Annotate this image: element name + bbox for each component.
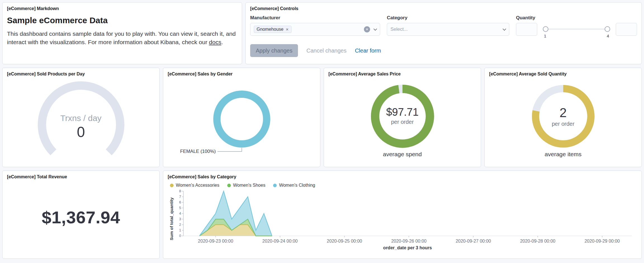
y-axis-label: Sum of total_quantity xyxy=(168,189,175,255)
svg-text:1: 1 xyxy=(179,228,181,232)
avg-price-unit: per order xyxy=(328,119,476,125)
markdown-body-text: This dashboard contains sample data for … xyxy=(7,30,236,45)
panel-average-sold-quantity: [eCommerce] Average Sold Quantity 2 per … xyxy=(484,68,642,167)
svg-text:7: 7 xyxy=(179,195,181,199)
panel-markdown: [eCommerce] Markdown Sample eCommerce Da… xyxy=(2,2,242,64)
legend-label: Women's Accessories xyxy=(176,183,219,188)
panel-total-revenue: [eCommerce] Total Revenue $1,367.94 xyxy=(2,170,160,259)
category-label: Category xyxy=(387,15,509,21)
legend-label: Women's Shoes xyxy=(233,183,266,188)
legend-item-womens-shoes[interactable]: Women's Shoes xyxy=(227,183,266,188)
avg-price-value: $97.71 xyxy=(328,106,476,118)
panel-average-sales-price: [eCommerce] Average Sales Price $97.71 p… xyxy=(324,68,481,167)
manufacturer-label: Manufacturer xyxy=(250,15,380,21)
manufacturer-selected-pill[interactable]: Gnomehouse ✕ xyxy=(254,26,292,33)
avg-quantity-viz[interactable]: 2 per order average items xyxy=(489,77,637,164)
markdown-body: This dashboard contains sample data for … xyxy=(7,30,237,46)
svg-text:2020-09-23 00:00: 2020-09-23 00:00 xyxy=(198,239,233,243)
manufacturer-control: Manufacturer Gnomehouse ✕ ✕ xyxy=(250,15,380,40)
quantity-label: Quantity xyxy=(516,15,637,21)
panel-sold-products: [eCommerce] Sold Products per Day Trxns … xyxy=(2,68,160,167)
gender-donut-chart[interactable] xyxy=(168,77,316,161)
panel-title-sales-by-category: [eCommerce] Sales by Category xyxy=(168,174,637,179)
legend-item-womens-accessories[interactable]: Women's Accessories xyxy=(170,183,219,188)
panel-title-markdown: [eCommerce] Markdown xyxy=(7,6,237,11)
slider-min-value: 1 xyxy=(544,34,546,38)
svg-text:2020-09-24 00:00: 2020-09-24 00:00 xyxy=(262,239,298,243)
quantity-range-slider: 1 4 xyxy=(543,24,610,40)
dashboard: [eCommerce] Markdown Sample eCommerce Da… xyxy=(0,0,644,263)
slider-track xyxy=(543,29,610,29)
svg-text:2020-09-25 00:00: 2020-09-25 00:00 xyxy=(327,239,362,243)
row-top: [eCommerce] Markdown Sample eCommerce Da… xyxy=(2,2,642,64)
svg-text:2020-09-26 00:00: 2020-09-26 00:00 xyxy=(391,239,427,243)
legend-dot-icon xyxy=(170,184,174,187)
svg-text:6: 6 xyxy=(179,200,181,204)
controls-body: Manufacturer Gnomehouse ✕ ✕ Category xyxy=(250,15,637,40)
row-bottom: [eCommerce] Total Revenue $1,367.94 [eCo… xyxy=(2,170,642,259)
gender-slice-label[interactable]: FEMALE (100%) xyxy=(168,149,216,154)
panel-title-average-sales-price: [eCommerce] Average Sales Price xyxy=(328,71,476,77)
remove-selection-icon[interactable]: ✕ xyxy=(286,27,289,32)
svg-text:2: 2 xyxy=(179,222,181,227)
avg-quantity-unit: per order xyxy=(489,121,637,127)
panel-sales-by-category: [eCommerce] Sales by Category Women's Ac… xyxy=(163,170,642,259)
panel-controls: [eCommerce] Controls Manufacturer Gnomeh… xyxy=(245,2,642,64)
gender-donut-viz[interactable]: FEMALE (100%) xyxy=(168,77,316,164)
svg-text:0: 0 xyxy=(179,234,181,238)
combobox-actions: ✕ xyxy=(364,26,377,32)
slider-thumb-min[interactable] xyxy=(543,26,548,32)
svg-text:5: 5 xyxy=(179,206,181,210)
svg-text:2020-09-27 00:00: 2020-09-27 00:00 xyxy=(456,239,491,243)
panel-title-sales-by-gender: [eCommerce] Sales by Gender xyxy=(168,71,316,77)
chart-legend: Women's Accessories Women's Shoes Women'… xyxy=(168,183,637,188)
quantity-control: Quantity 1 4 xyxy=(516,15,637,40)
area-chart[interactable]: 0123456782020-09-23 00:002020-09-24 00:0… xyxy=(175,189,636,252)
manufacturer-selected-value: Gnomehouse xyxy=(257,27,283,32)
chevron-down-icon[interactable] xyxy=(373,27,377,31)
category-select[interactable]: Select... xyxy=(387,23,509,36)
quantity-max-input[interactable] xyxy=(616,23,637,36)
total-revenue-value: $1,367.94 xyxy=(42,207,120,227)
markdown-body-after: . xyxy=(221,39,223,45)
avg-price-caption: average spend xyxy=(328,151,476,158)
panel-sales-by-gender: [eCommerce] Sales by Gender FEMALE (100%… xyxy=(163,68,320,167)
avg-price-center: $97.71 per order xyxy=(328,106,476,125)
controls-buttons: Apply changes Cancel changes Clear form xyxy=(250,44,637,57)
total-revenue-viz: $1,367.94 xyxy=(7,179,155,255)
category-placeholder: Select... xyxy=(390,27,408,32)
cancel-changes-button[interactable]: Cancel changes xyxy=(306,48,346,54)
slider-max-value: 4 xyxy=(607,34,609,38)
apply-changes-button[interactable]: Apply changes xyxy=(250,44,298,57)
gauge-text: Trxns / day 0 xyxy=(7,113,155,140)
chevron-down-icon xyxy=(503,27,506,31)
svg-text:order_date per 3 hours: order_date per 3 hours xyxy=(383,245,432,250)
quantity-row: 1 4 xyxy=(516,23,637,40)
gauge-viz[interactable]: Trxns / day 0 xyxy=(7,77,155,164)
clear-combobox-icon[interactable]: ✕ xyxy=(364,26,370,32)
row-middle: [eCommerce] Sold Products per Day Trxns … xyxy=(2,68,642,167)
clear-form-button[interactable]: Clear form xyxy=(355,48,381,54)
legend-label: Women's Clothing xyxy=(279,183,315,188)
svg-text:3: 3 xyxy=(179,217,181,221)
gauge-label: Trxns / day xyxy=(7,113,155,123)
quantity-min-input[interactable] xyxy=(516,23,537,36)
svg-text:8: 8 xyxy=(179,189,181,193)
avg-price-viz[interactable]: $97.71 per order average spend xyxy=(328,77,476,164)
manufacturer-combobox[interactable]: Gnomehouse ✕ ✕ xyxy=(250,23,380,36)
markdown-heading: Sample eCommerce Data xyxy=(7,16,237,25)
avg-quantity-center: 2 per order xyxy=(489,105,637,127)
gauge-value: 0 xyxy=(7,124,155,140)
category-control: Category Select... xyxy=(387,15,509,40)
slider-thumb-max[interactable] xyxy=(605,26,610,32)
docs-link[interactable]: docs xyxy=(209,39,221,45)
panel-title-total-revenue: [eCommerce] Total Revenue xyxy=(7,174,155,179)
chart-area: Sum of total_quantity 0123456782020-09-2… xyxy=(168,189,637,255)
legend-item-womens-clothing[interactable]: Women's Clothing xyxy=(273,183,315,188)
panel-title-sold-products: [eCommerce] Sold Products per Day xyxy=(7,71,155,77)
svg-text:2020-09-28 00:00: 2020-09-28 00:00 xyxy=(520,239,555,243)
legend-dot-icon xyxy=(227,184,231,187)
avg-quantity-value: 2 xyxy=(489,105,637,120)
svg-text:4: 4 xyxy=(179,211,181,215)
avg-quantity-caption: average items xyxy=(489,151,637,158)
